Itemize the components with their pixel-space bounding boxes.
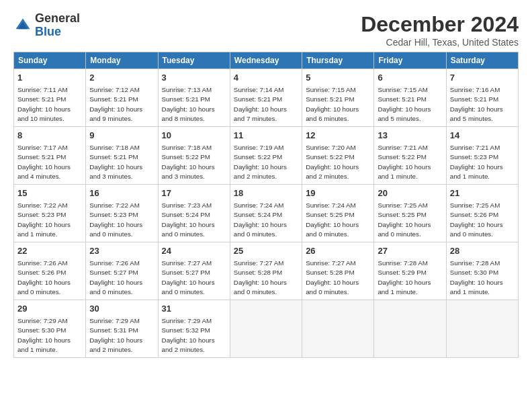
page-container: General Blue December 2024 Cedar Hill, T… (0, 0, 532, 365)
day-info: Sunrise: 7:27 AMSunset: 5:27 PMDaylight:… (162, 259, 226, 297)
day-info: Sunrise: 7:14 AMSunset: 5:21 PMDaylight:… (234, 85, 298, 124)
calendar-cell: 5Sunrise: 7:15 AMSunset: 5:21 PMDaylight… (302, 69, 374, 127)
day-info: Sunrise: 7:26 AMSunset: 5:27 PMDaylight:… (89, 259, 154, 297)
calendar-cell: 19Sunrise: 7:24 AMSunset: 5:25 PMDayligh… (302, 185, 374, 242)
calendar-cell: 22Sunrise: 7:26 AMSunset: 5:26 PMDayligh… (14, 242, 86, 300)
day-number: 28 (450, 245, 515, 257)
calendar-cell: 26Sunrise: 7:27 AMSunset: 5:28 PMDayligh… (302, 242, 374, 300)
day-number: 16 (89, 187, 154, 199)
day-number: 4 (234, 72, 298, 84)
calendar-cell: 23Sunrise: 7:26 AMSunset: 5:27 PMDayligh… (86, 242, 158, 300)
day-info: Sunrise: 7:22 AMSunset: 5:23 PMDaylight:… (17, 201, 82, 239)
calendar-cell: 14Sunrise: 7:21 AMSunset: 5:23 PMDayligh… (446, 127, 518, 185)
day-number: 22 (17, 245, 82, 257)
day-number: 1 (17, 72, 82, 84)
calendar-cell (302, 300, 374, 358)
day-number: 20 (378, 187, 442, 199)
logo-general: General (35, 11, 80, 25)
day-number: 31 (162, 303, 226, 315)
day-number: 30 (89, 303, 154, 315)
day-number: 13 (378, 130, 442, 142)
day-info: Sunrise: 7:19 AMSunset: 5:22 PMDaylight:… (234, 143, 298, 181)
day-info: Sunrise: 7:27 AMSunset: 5:28 PMDaylight:… (306, 259, 370, 297)
calendar-cell: 13Sunrise: 7:21 AMSunset: 5:22 PMDayligh… (374, 127, 446, 185)
calendar-cell: 21Sunrise: 7:25 AMSunset: 5:26 PMDayligh… (446, 185, 518, 242)
calendar-cell: 1Sunrise: 7:11 AMSunset: 5:21 PMDaylight… (14, 69, 86, 127)
location: Cedar Hill, Texas, United States (361, 37, 519, 48)
day-info: Sunrise: 7:29 AMSunset: 5:32 PMDaylight:… (162, 316, 226, 355)
day-number: 12 (306, 130, 370, 142)
calendar-cell: 28Sunrise: 7:28 AMSunset: 5:30 PMDayligh… (446, 242, 518, 300)
day-number: 14 (450, 130, 515, 142)
calendar-cell: 18Sunrise: 7:24 AMSunset: 5:24 PMDayligh… (230, 185, 302, 242)
calendar-week-5: 29Sunrise: 7:29 AMSunset: 5:30 PMDayligh… (14, 300, 519, 358)
calendar-week-4: 22Sunrise: 7:26 AMSunset: 5:26 PMDayligh… (14, 242, 519, 300)
day-number: 15 (17, 187, 82, 199)
logo: General Blue (13, 12, 80, 39)
day-info: Sunrise: 7:18 AMSunset: 5:22 PMDaylight:… (162, 143, 226, 181)
calendar-cell: 9Sunrise: 7:18 AMSunset: 5:21 PMDaylight… (86, 127, 158, 185)
day-info: Sunrise: 7:17 AMSunset: 5:21 PMDaylight:… (17, 143, 82, 181)
day-number: 11 (234, 130, 298, 142)
day-info: Sunrise: 7:18 AMSunset: 5:21 PMDaylight:… (89, 143, 154, 181)
header-thursday: Thursday (302, 52, 374, 69)
calendar-cell: 4Sunrise: 7:14 AMSunset: 5:21 PMDaylight… (230, 69, 302, 127)
day-info: Sunrise: 7:28 AMSunset: 5:30 PMDaylight:… (450, 259, 515, 297)
header-saturday: Saturday (446, 52, 518, 69)
day-number: 8 (17, 130, 82, 142)
logo-text: General Blue (35, 12, 80, 39)
day-number: 24 (162, 245, 226, 257)
calendar-cell: 8Sunrise: 7:17 AMSunset: 5:21 PMDaylight… (14, 127, 86, 185)
calendar-cell: 3Sunrise: 7:13 AMSunset: 5:21 PMDaylight… (158, 69, 230, 127)
day-number: 7 (450, 72, 515, 84)
calendar-cell: 11Sunrise: 7:19 AMSunset: 5:22 PMDayligh… (230, 127, 302, 185)
day-info: Sunrise: 7:28 AMSunset: 5:29 PMDaylight:… (378, 259, 442, 297)
day-info: Sunrise: 7:23 AMSunset: 5:24 PMDaylight:… (162, 201, 226, 239)
calendar-cell: 24Sunrise: 7:27 AMSunset: 5:27 PMDayligh… (158, 242, 230, 300)
day-number: 23 (89, 245, 154, 257)
day-number: 10 (162, 130, 226, 142)
day-info: Sunrise: 7:15 AMSunset: 5:21 PMDaylight:… (306, 85, 370, 124)
day-info: Sunrise: 7:15 AMSunset: 5:21 PMDaylight:… (378, 85, 442, 124)
day-number: 18 (234, 187, 298, 199)
day-info: Sunrise: 7:21 AMSunset: 5:23 PMDaylight:… (450, 143, 515, 181)
calendar-cell: 25Sunrise: 7:27 AMSunset: 5:28 PMDayligh… (230, 242, 302, 300)
day-info: Sunrise: 7:29 AMSunset: 5:31 PMDaylight:… (89, 316, 154, 355)
calendar-cell: 10Sunrise: 7:18 AMSunset: 5:22 PMDayligh… (158, 127, 230, 185)
calendar-cell: 15Sunrise: 7:22 AMSunset: 5:23 PMDayligh… (14, 185, 86, 242)
calendar-cell: 12Sunrise: 7:20 AMSunset: 5:22 PMDayligh… (302, 127, 374, 185)
day-info: Sunrise: 7:25 AMSunset: 5:26 PMDaylight:… (450, 201, 515, 239)
day-number: 26 (306, 245, 370, 257)
calendar-cell: 6Sunrise: 7:15 AMSunset: 5:21 PMDaylight… (374, 69, 446, 127)
calendar-week-3: 15Sunrise: 7:22 AMSunset: 5:23 PMDayligh… (14, 185, 519, 242)
day-number: 25 (234, 245, 298, 257)
day-number: 6 (378, 72, 442, 84)
calendar-cell: 16Sunrise: 7:22 AMSunset: 5:23 PMDayligh… (86, 185, 158, 242)
header-wednesday: Wednesday (230, 52, 302, 69)
header-tuesday: Tuesday (158, 52, 230, 69)
calendar-cell: 17Sunrise: 7:23 AMSunset: 5:24 PMDayligh… (158, 185, 230, 242)
day-number: 9 (89, 130, 154, 142)
day-info: Sunrise: 7:22 AMSunset: 5:23 PMDaylight:… (89, 201, 154, 239)
day-info: Sunrise: 7:21 AMSunset: 5:22 PMDaylight:… (378, 143, 442, 181)
logo-icon (13, 16, 32, 35)
calendar-cell: 30Sunrise: 7:29 AMSunset: 5:31 PMDayligh… (86, 300, 158, 358)
day-info: Sunrise: 7:24 AMSunset: 5:24 PMDaylight:… (234, 201, 298, 239)
day-number: 2 (89, 72, 154, 84)
day-number: 5 (306, 72, 370, 84)
logo-blue: Blue (35, 25, 61, 38)
day-number: 27 (378, 245, 442, 257)
calendar-table: SundayMondayTuesdayWednesdayThursdayFrid… (13, 52, 519, 358)
day-info: Sunrise: 7:25 AMSunset: 5:25 PMDaylight:… (378, 201, 442, 239)
day-info: Sunrise: 7:29 AMSunset: 5:30 PMDaylight:… (17, 316, 82, 355)
header-sunday: Sunday (14, 52, 86, 69)
calendar-cell (230, 300, 302, 358)
day-info: Sunrise: 7:16 AMSunset: 5:21 PMDaylight:… (450, 85, 515, 124)
calendar-cell: 7Sunrise: 7:16 AMSunset: 5:21 PMDaylight… (446, 69, 518, 127)
calendar-cell (374, 300, 446, 358)
calendar-week-1: 1Sunrise: 7:11 AMSunset: 5:21 PMDaylight… (14, 69, 519, 127)
calendar-cell: 27Sunrise: 7:28 AMSunset: 5:29 PMDayligh… (374, 242, 446, 300)
calendar-cell (446, 300, 518, 358)
day-number: 19 (306, 187, 370, 199)
header-monday: Monday (86, 52, 158, 69)
